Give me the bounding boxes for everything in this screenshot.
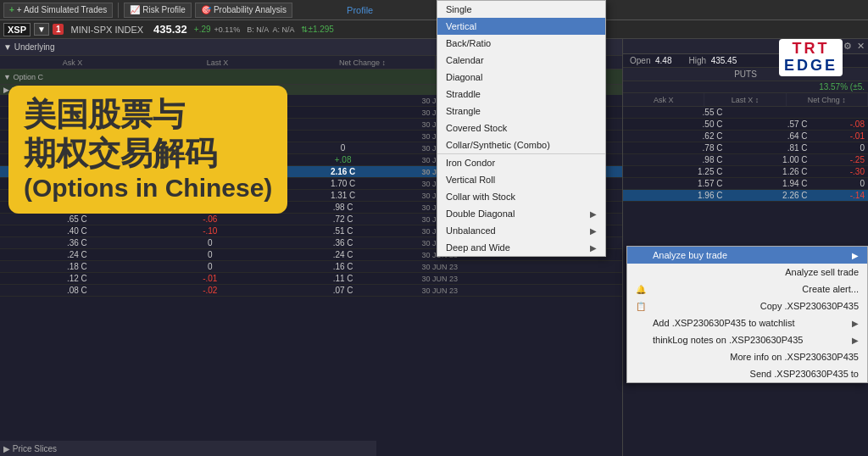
list-item-highlighted: 1.96 C2.26 C-.14 — [623, 190, 868, 202]
submenu-arrow-right-icon: ▶ — [852, 319, 859, 328]
edge-text: EDGE — [784, 58, 837, 75]
context-send[interactable]: Send .XSP230630P435 to — [627, 365, 867, 382]
context-analyze-buy[interactable]: Analyze buy trade ▶ — [627, 247, 867, 264]
last-x-header: Last X ↕ — [704, 93, 786, 106]
bid-info: B: N/A — [247, 25, 269, 34]
symbol-name: MINI-SPX INDEX — [70, 25, 143, 35]
risk-profile-button[interactable]: 📈 Risk Profile — [124, 3, 192, 18]
high-stat: High 435.45 — [689, 56, 737, 65]
trt-logo: TRT EDGE — [779, 39, 843, 76]
dropdown-item-ironcondor[interactable]: Iron Condor — [437, 153, 605, 171]
table-row: .08 C-.02 .07 C 30 JUN 23 — [0, 285, 622, 297]
dropdown-item-collar[interactable]: Collar/Synthetic (Combo) — [437, 136, 605, 153]
list-item: .50 C.57 C-.08 — [623, 119, 868, 131]
context-copy[interactable]: 📋 Copy .XSP230630P435 — [627, 298, 867, 314]
dropdown-item-diagonal[interactable]: Diagonal — [437, 69, 605, 86]
dropdown-item-unbalanced[interactable]: Unbalanced ▶ — [437, 222, 605, 239]
context-watchlist[interactable]: Add .XSP230630P435 to watchlist ▶ — [627, 314, 867, 331]
list-item: 1.25 C1.26 C-.30 — [623, 166, 868, 178]
symbol-dropdown[interactable]: ▼ — [34, 23, 49, 36]
dropdown-item-doublediag[interactable]: Double Diagonal ▶ — [437, 205, 605, 222]
filter-icon: 🎯 — [201, 5, 211, 14]
dropdown-item-covered[interactable]: Covered Stock — [437, 120, 605, 136]
context-moreinfo[interactable]: More info on .XSP230630P435 — [627, 348, 867, 365]
submenu-arrow-icon: ▶ — [590, 209, 597, 219]
copy-icon: 📋 — [636, 302, 648, 311]
price-pct: +0.11% — [214, 25, 241, 34]
ask-x-col: Ask X — [0, 56, 145, 69]
submenu-arrow-icon: ▶ — [590, 226, 597, 236]
puts-pct: 13.57% (±5. — [623, 81, 868, 93]
list-item: .78 C.81 C0 — [623, 142, 868, 154]
plus-icon: + — [9, 5, 14, 14]
price-display: 435.32 — [153, 23, 187, 36]
context-thinklog[interactable]: thinkLog notes on .XSP230630P435 ▶ — [627, 331, 867, 348]
chinese-banner: 美国股票与 期权交易解码 (Options in Chinese) — [8, 86, 287, 214]
dropdown-item-calendar[interactable]: Calendar — [437, 52, 605, 69]
table-row: .12 C-.01 .11 C 30 JUN 23 — [0, 273, 622, 285]
list-item: .62 C.64 C-.01 — [623, 131, 868, 142]
net-chng-header: Net Chng ↕ — [787, 93, 868, 106]
dropdown-item-deepwide[interactable]: Deep and Wide ▶ — [437, 239, 605, 256]
bell-icon: 🔔 — [636, 285, 648, 294]
submenu-arrow-right-icon: ▶ — [852, 251, 859, 260]
dropdown-item-strangle[interactable]: Strangle — [437, 103, 605, 120]
divider — [118, 3, 119, 18]
chinese-line1: 美国股票与 — [24, 96, 272, 135]
last-x-col: Last X — [145, 56, 290, 69]
ask-x-header: Ask X — [623, 93, 704, 106]
puts-table: .55 C .50 C.57 C-.08 .62 C.64 C-.01 .78 … — [623, 107, 868, 202]
profile-tab[interactable]: Profile — [347, 5, 373, 15]
context-create-alert[interactable]: 🔔 Create alert... — [627, 281, 867, 298]
open-stat: Open 4.48 — [630, 56, 672, 65]
price-change: +.29 — [194, 25, 211, 34]
dropdown-item-single[interactable]: Single — [437, 1, 605, 18]
table-row: .18 C0 .16 C 30 JUN 23 — [0, 261, 622, 273]
puts-sub-header: Ask X Last X ↕ Net Chng ↕ — [623, 93, 868, 107]
context-menu: Analyze buy trade ▶ Analyze sell trade 🔔… — [626, 246, 868, 383]
dropdown-item-collarstock[interactable]: Collar with Stock — [437, 188, 605, 205]
list-item: .98 C1.00 C-.25 — [623, 154, 868, 166]
close-icon[interactable]: ✕ — [857, 41, 865, 52]
gear-icon[interactable]: ⚙ — [843, 41, 852, 52]
ask-info: A: N/A — [272, 25, 294, 34]
context-analyze-sell[interactable]: Analyze sell trade — [627, 264, 867, 281]
submenu-arrow-right-icon: ▶ — [852, 336, 859, 345]
dropdown-item-straddle[interactable]: Straddle — [437, 86, 605, 103]
add-simulated-button[interactable]: + + Add Simulated Trades — [3, 3, 113, 18]
list-item: 1.57 C1.94 C0 — [623, 178, 868, 190]
dropdown-item-verticalroll[interactable]: Vertical Roll — [437, 171, 605, 188]
right-header: ⚙ ✕ TRT EDGE — [623, 39, 868, 54]
dropdown-item-vertical[interactable]: Vertical — [437, 18, 605, 35]
dropdown-item-backratio[interactable]: Back/Ratio — [437, 35, 605, 52]
net-chng-col: Net Change ↕ — [290, 56, 435, 69]
trt-text: TRT — [792, 41, 829, 58]
price-slices[interactable]: ▶ Price Slices — [0, 441, 376, 456]
list-item: .55 C — [623, 107, 868, 119]
symbol-ticker[interactable]: XSP — [3, 23, 31, 36]
probability-button[interactable]: 🎯 Probability Analysis — [195, 3, 292, 18]
chart-icon: 📈 — [130, 5, 140, 14]
second-toolbar: XSP ▼ 1 MINI-SPX INDEX 435.32 +.29 +0.11… — [0, 20, 868, 39]
top-toolbar: + + Add Simulated Trades 📈 Risk Profile … — [0, 0, 868, 20]
alert-badge: 1 — [53, 24, 64, 35]
arrows-display: ⇅±1.295 — [301, 25, 334, 34]
chinese-line3: (Options in Chinese) — [24, 173, 272, 203]
dropdown-menu: Single Vertical Back/Ratio Calendar Diag… — [437, 0, 606, 257]
submenu-arrow-icon: ▶ — [590, 243, 597, 253]
chinese-line2: 期权交易解码 — [24, 135, 272, 174]
